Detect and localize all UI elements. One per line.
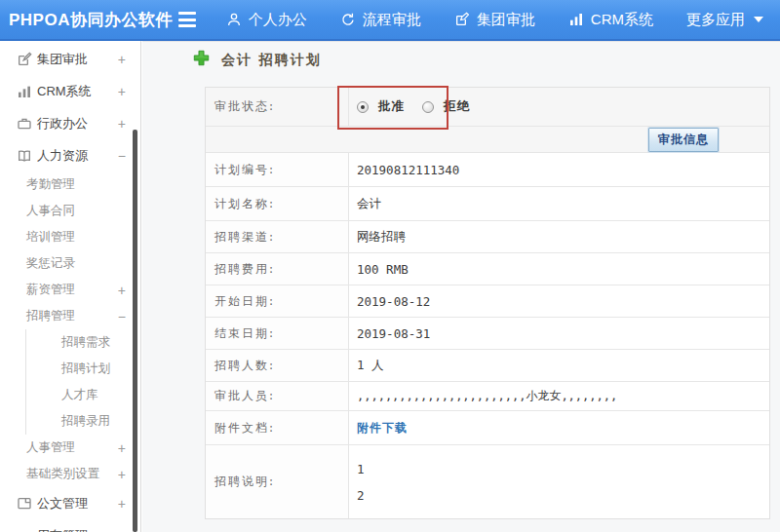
table-row-headcount: 招聘人数: 1 人: [206, 350, 769, 382]
collapse-icon[interactable]: −: [118, 148, 126, 164]
nav-label: 更多应用: [686, 11, 745, 29]
expand-icon[interactable]: +: [118, 496, 126, 512]
expand-icon[interactable]: +: [118, 440, 126, 456]
radio-reject[interactable]: [422, 101, 434, 113]
field-value: 批准 拒绝: [349, 88, 769, 126]
table-row-attachment: 附件文档: 附件下载: [206, 411, 769, 445]
field-value: 附件下载: [349, 411, 769, 444]
expand-icon[interactable]: +: [118, 52, 126, 67]
table-row-cost: 招聘费用: 100 RMB: [206, 253, 769, 285]
table-row-start-date: 开始日期: 2019-08-12: [206, 285, 769, 318]
sidebar-item-attendance[interactable]: 考勤管理: [0, 171, 140, 198]
field-value: 1 2: [349, 445, 769, 518]
caret-down-icon: [754, 17, 763, 22]
sidebar-item-group-approval[interactable]: 集团审批 +: [0, 43, 140, 75]
table-row-approval-status: 审批状态: 批准 拒绝: [206, 88, 769, 127]
radio-approve-label: 批准: [378, 98, 405, 115]
expand-icon[interactable]: +: [118, 528, 126, 532]
approval-radio-group: 批准 拒绝: [357, 98, 478, 115]
description-line: 1: [357, 462, 365, 476]
sidebar-item-training[interactable]: 培训管理: [0, 224, 140, 250]
field-label: 招聘渠道:: [206, 221, 349, 252]
sidebar-item-recruitment-needs[interactable]: 招聘需求: [25, 329, 140, 356]
nav-group-approval[interactable]: 集团审批: [438, 11, 552, 29]
sidebar-item-vehicle[interactable]: 用车管理 +: [0, 519, 140, 532]
field-label: 结束日期:: [206, 318, 349, 349]
nav-label: 个人办公: [249, 11, 307, 29]
plus-icon: [193, 50, 210, 70]
approval-info-button[interactable]: 审批信息: [648, 128, 719, 152]
nav-label: 流程审批: [363, 11, 421, 29]
top-navigation-bar: PHPOA协同办公软件 个人办公 流程审批 集团审批 CRM系统: [0, 0, 780, 41]
sidebar-item-rewards[interactable]: 奖惩记录: [0, 250, 140, 277]
table-row-channel: 招聘渠道: 网络招聘: [206, 221, 769, 253]
sidebar-item-base-category[interactable]: 基础类别设置 +: [0, 461, 140, 487]
sidebar-scrollbar[interactable]: [133, 130, 137, 532]
expand-icon[interactable]: +: [118, 116, 126, 132]
field-label: 招聘说明:: [206, 445, 349, 518]
expand-icon[interactable]: +: [118, 84, 126, 99]
recruitment-submenu: 招聘需求 招聘计划 人才库 招聘录用: [0, 329, 140, 435]
main-content: 会计 招聘计划 审批状态: 批准 拒绝 审批信息 计划编号: 201908121…: [142, 41, 780, 532]
top-nav: 个人办公 流程审批 集团审批 CRM系统 更多应用: [210, 11, 780, 29]
field-value: 2019-08-31: [349, 318, 769, 349]
table-row-end-date: 结束日期: 2019-08-31: [206, 318, 769, 350]
nav-process-approval[interactable]: 流程审批: [324, 11, 438, 29]
recruitment-plan-form: 审批状态: 批准 拒绝 审批信息 计划编号: 20190812111340 计划…: [205, 87, 770, 519]
person-icon: [226, 12, 242, 27]
table-row-plan-number: 计划编号: 20190812111340: [206, 153, 769, 187]
nav-label: CRM系统: [591, 11, 653, 29]
radio-approve[interactable]: [357, 101, 369, 113]
table-row-button: 审批信息: [206, 127, 769, 153]
document-icon: [17, 496, 33, 512]
nav-more-apps[interactable]: 更多应用: [670, 11, 780, 29]
app-logo: PHPOA协同办公软件: [0, 9, 173, 31]
sidebar-item-salary[interactable]: 薪资管理 +: [0, 277, 140, 303]
field-label: 招聘人数:: [206, 350, 349, 381]
briefcase-icon: [17, 116, 33, 132]
book-icon: [17, 148, 33, 164]
field-label: 审批状态:: [206, 88, 349, 126]
field-label: 附件文档:: [206, 411, 349, 444]
sidebar-item-recruitment-hiring[interactable]: 招聘录用: [25, 408, 140, 435]
sidebar-item-recruitment[interactable]: 招聘管理 −: [0, 303, 140, 329]
sidebar-item-talent-pool[interactable]: 人才库: [25, 382, 140, 408]
edit-square-icon: [454, 12, 470, 27]
sidebar-item-admin-office[interactable]: 行政办公 +: [0, 107, 140, 139]
field-label: 审批人员:: [206, 382, 349, 410]
field-label: 计划编号:: [206, 153, 349, 186]
sidebar-item-hr-contract[interactable]: 人事合同: [0, 198, 140, 224]
nav-label: 集团审批: [477, 11, 535, 29]
hr-submenu: 考勤管理 人事合同 培训管理 奖惩记录 薪资管理 + 招聘管理 − 招聘需求 招…: [0, 171, 140, 487]
bar-chart-icon: [568, 12, 584, 27]
field-value: 1 人: [349, 350, 769, 381]
table-row-plan-name: 计划名称: 会计: [206, 187, 769, 221]
field-label: 招聘费用:: [206, 253, 349, 285]
bar-chart-icon: [17, 84, 33, 99]
sidebar-item-personnel[interactable]: 人事管理 +: [0, 435, 140, 461]
field-label: 计划名称:: [206, 187, 349, 220]
expand-icon[interactable]: +: [118, 283, 126, 298]
sidebar-item-human-resources[interactable]: 人力资源 −: [0, 139, 140, 171]
radio-reject-label: 拒绝: [444, 98, 470, 115]
field-label: 开始日期:: [206, 285, 349, 317]
sidebar-item-official-docs[interactable]: 公文管理 +: [0, 487, 140, 519]
expand-icon[interactable]: +: [118, 467, 126, 482]
nav-crm-system[interactable]: CRM系统: [552, 11, 670, 29]
field-value: 2019-08-12: [349, 285, 769, 317]
edit-square-icon: [17, 52, 33, 67]
sidebar-item-recruitment-plan[interactable]: 招聘计划: [25, 356, 140, 382]
page-header: 会计 招聘计划: [193, 50, 322, 70]
sidebar-item-crm-system[interactable]: CRM系统 +: [0, 75, 140, 107]
car-icon: [17, 528, 33, 532]
collapse-icon[interactable]: −: [118, 309, 126, 324]
page-title: 会计 招聘计划: [221, 52, 322, 69]
table-row-approvers: 审批人员: ,,,,,,,,,,,,,,,,,,,,,,,,小龙女,,,,,,,…: [206, 382, 769, 411]
field-value: 网络招聘: [349, 221, 769, 252]
field-value: 会计: [349, 187, 769, 220]
table-row-description: 招聘说明: 1 2: [206, 445, 769, 518]
field-value: 20190812111340: [349, 153, 769, 186]
hamburger-menu-icon[interactable]: [178, 12, 196, 27]
attachment-download-link[interactable]: 附件下载: [357, 420, 408, 437]
nav-personal-office[interactable]: 个人办公: [210, 11, 324, 29]
